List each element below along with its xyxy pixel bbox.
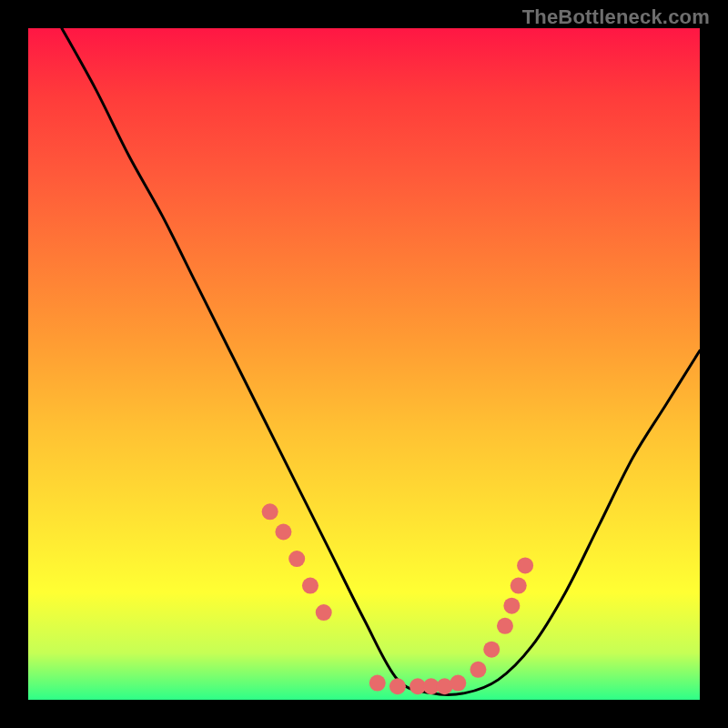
marker-dot (517, 557, 533, 573)
watermark-text: TheBottleneck.com (522, 5, 710, 29)
marker-dot (369, 675, 386, 692)
marker-dot (503, 598, 520, 614)
marker-dot (497, 618, 513, 634)
chart-svg (28, 28, 700, 700)
marker-group (262, 503, 533, 694)
marker-dot (275, 524, 291, 541)
marker-dot (450, 675, 466, 692)
marker-dot (288, 551, 305, 567)
marker-dot (483, 642, 500, 658)
chart-frame: TheBottleneck.com (0, 0, 728, 728)
marker-dot (470, 662, 486, 678)
marker-dot (316, 604, 332, 621)
bottleneck-curve (62, 28, 700, 694)
marker-dot (262, 503, 278, 520)
marker-dot (389, 678, 406, 694)
marker-dot (302, 578, 318, 594)
marker-dot (511, 578, 527, 594)
